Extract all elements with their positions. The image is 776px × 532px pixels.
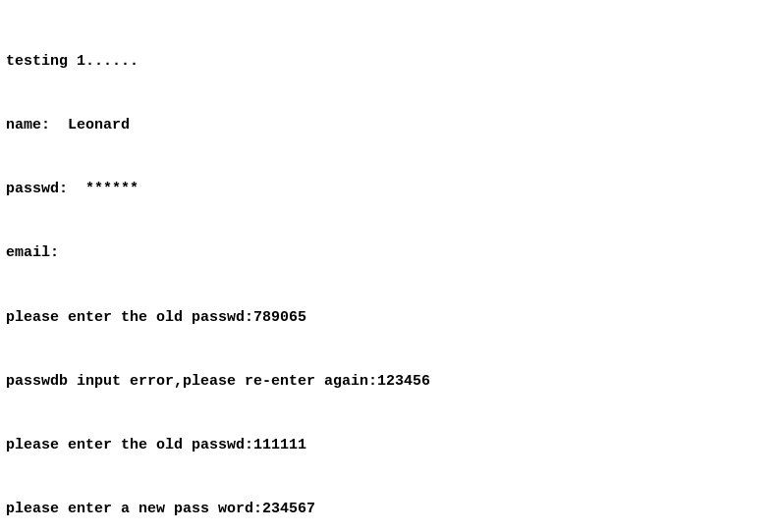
console-line-6: passwdb input error,please re-enter agai…: [6, 371, 770, 393]
console-line-5: please enter the old passwd:789065: [6, 307, 770, 329]
console-output: testing 1...... name: Leonard passwd: **…: [6, 8, 770, 532]
console-line-4: email:: [6, 242, 770, 264]
console-line-7: please enter the old passwd:111111: [6, 435, 770, 456]
console-line-2: name: Leonard: [6, 115, 770, 136]
console-line-3: passwd: ******: [6, 179, 770, 200]
console-line-1: testing 1......: [6, 51, 770, 73]
console-line-8: please enter a new pass word:234567: [6, 499, 770, 520]
